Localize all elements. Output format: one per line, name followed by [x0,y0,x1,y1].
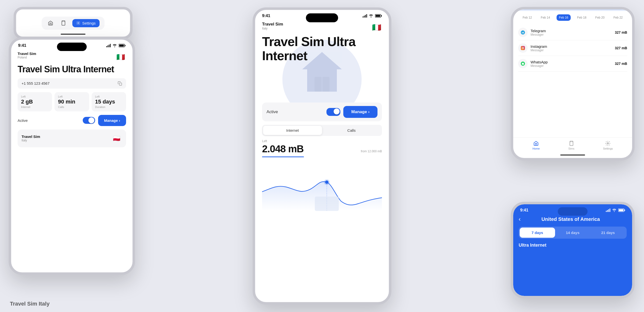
stat-duration-value: 15 days [95,99,122,104]
data-progress-bar [262,156,304,157]
back-button[interactable]: ‹ [519,216,521,222]
date-tab-feb20[interactable]: Feb 20 [593,14,607,21]
manage-button-left[interactable]: Manage › [98,115,126,126]
home-indicator-rt [513,153,632,158]
plan-7days[interactable]: 7 days [520,228,555,238]
nav-settings-label: Settings [603,147,613,150]
copy-icon[interactable] [118,81,122,86]
nav-sims[interactable]: Sims [568,141,574,150]
date-tab-feb14[interactable]: Feb 14 [538,14,552,21]
manage-button-center[interactable]: Manage › [343,106,378,118]
svg-rect-17 [381,15,382,16]
travel-sim-italy-label: Travel Sim Italy [10,300,50,307]
stat-calls: Left 90 min Calls [54,92,89,112]
date-tab-feb18[interactable]: Feb 18 [575,14,589,21]
plan-title-center: Travel Sim Ultra Internet [262,35,382,63]
stat-duration-label-bottom: Duration [95,106,122,108]
telegram-name: Telegram [530,29,615,33]
wifi-icon-c [369,14,373,18]
sim-country-center: Italy [262,27,283,30]
stat-calls-label-bottom: Calls [58,106,86,108]
svg-rect-4 [109,44,110,47]
svg-rect-21 [521,46,525,50]
battery-icon-c [375,14,382,18]
dynamic-island-rb [558,207,588,216]
phone-left: 9:41 Travel Sim Poland 🇮🇹 [9,37,135,275]
sim-header-left: Travel Sim Poland 🇮🇹 [18,52,126,62]
top-gradient [513,10,632,12]
date-tab-feb12[interactable]: Feb 12 [520,14,534,21]
signal-icon-c [362,14,367,18]
dynamic-island-center [306,13,338,22]
stat-internet: Left 2 gB Internet [18,92,52,112]
battery-icon [119,44,126,47]
svg-rect-28 [607,210,608,212]
stat-internet-label-bottom: Internet [21,106,48,108]
active-toggle-center[interactable] [326,108,340,116]
stat-duration: Left 15 days Duration [92,92,126,112]
svg-rect-18 [376,15,380,17]
instagram-category: Messager [530,48,615,52]
scene: Settings 9:41 [0,0,644,312]
phone-right-top: Feb 12 Feb 14 Feb 16 Feb 18 Feb 20 Feb 2… [511,7,634,160]
bottom-nav-right-top: Home Sims Settings [513,138,632,153]
usage-chart [262,162,382,212]
nav-home[interactable]: Home [532,141,540,150]
tab-internet[interactable]: Internet [263,126,322,135]
bottom-sim-country: Italy [22,139,40,142]
svg-rect-27 [606,211,606,212]
date-tab-feb22[interactable]: Feb 22 [611,14,625,21]
home-indicator [61,34,86,35]
home-nav-button[interactable] [46,19,54,27]
plan-14days[interactable]: 14 days [555,228,590,238]
active-label-left: Active [18,118,28,122]
settings-nav-button[interactable]: Settings [72,19,100,27]
stat-calls-value: 90 min [58,99,86,104]
tabs-row-center: Internet Calls [262,125,382,136]
status-time-center: 9:41 [262,13,270,18]
left-phone-content: Travel Sim Poland 🇮🇹 Travel Sim Ultra In… [11,50,132,147]
svg-rect-32 [624,210,625,211]
sims-nav-button[interactable] [60,19,67,27]
status-icons-center [362,14,382,18]
date-tab-feb16[interactable]: Feb 16 [556,14,571,21]
nav-settings[interactable]: Settings [603,141,613,150]
whatsapp-usage: 327 mB [615,62,627,66]
plan-21days[interactable]: 21 days [590,228,626,238]
sim-name-center: Travel Sim [262,22,283,27]
phone-right-bottom: 9:41 ‹ United States of America 7 days [511,202,634,298]
svg-rect-13 [364,16,364,18]
telegram-icon [518,28,528,37]
bottom-sim-name: Travel Sim [22,134,40,139]
signal-icon-rb [606,208,610,212]
stat-duration-label-top: Left [95,95,122,98]
svg-rect-5 [110,44,111,47]
active-label-center: Active [266,110,278,114]
date-tabs: Feb 12 Feb 14 Feb 16 Feb 18 Feb 20 Feb 2… [518,14,627,21]
whatsapp-icon [518,59,528,68]
svg-rect-3 [108,45,108,47]
active-row-center: Active Manage › [262,102,382,121]
status-time-left: 9:41 [18,43,26,48]
stat-calls-label-top: Left [58,95,86,98]
app-instagram: Instagram Messager 327 mB [518,40,627,56]
svg-rect-15 [366,14,367,18]
stat-internet-value: 2 gB [21,99,48,104]
sim-country-left: Poland [18,56,36,59]
data-left-label: Left [262,140,382,143]
whatsapp-category: Messager [530,64,615,68]
tab-calls[interactable]: Calls [322,126,381,135]
svg-point-26 [607,143,609,144]
chart-dot-outer [324,179,330,185]
status-time-rb: 9:41 [520,208,528,213]
telegram-info: Telegram Messager [530,29,615,36]
phone-number-row: +1 555 123 4567 [18,78,126,89]
wifi-icon-rb [612,208,616,212]
signal-icon [106,44,111,47]
svg-point-23 [524,46,524,47]
ultra-internet-label: Ultra Internet [519,243,627,248]
svg-rect-29 [608,209,609,212]
active-toggle-left[interactable] [83,117,95,124]
instagram-info: Instagram Messager [530,44,615,52]
phone-top-left: Settings [14,7,132,39]
